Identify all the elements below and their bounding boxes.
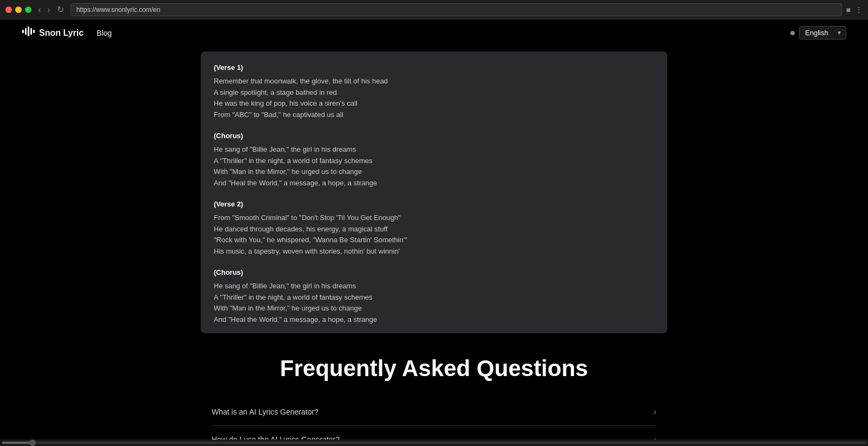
forward-button[interactable]: › — [45, 3, 52, 16]
maximize-window-button[interactable] — [25, 7, 31, 13]
main-content: (Verse 1)Remember that moonwalk, the glo… — [190, 46, 678, 446]
lyrics-line: A "Thriller" in the night, a world of fa… — [214, 292, 654, 303]
logo-text: Snon Lyric — [39, 28, 84, 38]
faq-title: Frequently Asked Questions — [212, 355, 656, 382]
back-button[interactable]: ‹ — [36, 3, 43, 16]
extensions-icon[interactable]: ■ — [846, 5, 851, 14]
lyrics-line: And "Heal the World," a message, a hope,… — [214, 178, 654, 189]
lyrics-line: Remember that moonwalk, the glove, the t… — [214, 76, 654, 87]
logo-icon — [22, 25, 35, 41]
faq-list: What is an AI Lyrics Generator?›How do I… — [212, 398, 656, 446]
language-indicator-dot — [790, 31, 795, 35]
faq-item[interactable]: What is an AI Lyrics Generator?› — [212, 398, 656, 426]
browser-toolbar-icons: ■ ⋮ — [846, 5, 863, 14]
lyrics-line: He sang of "Billie Jean," the girl in hi… — [214, 281, 654, 292]
svg-rect-1 — [25, 28, 27, 35]
svg-rect-0 — [22, 30, 24, 33]
svg-rect-3 — [30, 28, 32, 35]
lyrics-section: (Verse 1)Remember that moonwalk, the glo… — [214, 62, 654, 121]
scroll-track — [2, 442, 866, 444]
reload-button[interactable]: ↻ — [55, 3, 66, 16]
lyrics-section: (Verse 2)From "Smooth Criminal" to "Don'… — [214, 199, 654, 257]
lyrics-line: From "Smooth Criminal" to "Don't Stop 'T… — [214, 212, 654, 224]
horizontal-scrollbar[interactable] — [0, 439, 868, 446]
faq-section: Frequently Asked Questions What is an AI… — [201, 355, 667, 446]
lyrics-section-title: (Chorus) — [214, 267, 654, 279]
lyrics-section-title: (Verse 2) — [214, 199, 654, 210]
lyrics-section-title: (Chorus) — [214, 131, 654, 142]
menu-icon[interactable]: ⋮ — [855, 5, 863, 14]
close-window-button[interactable] — [5, 7, 12, 13]
chevron-right-icon: › — [654, 407, 656, 417]
lyrics-line: From "ABC" to "Bad," he captivated us al… — [214, 109, 654, 121]
browser-nav-buttons: ‹ › ↻ — [36, 3, 66, 16]
browser-chrome: ‹ › ↻ ■ ⋮ — [0, 0, 868, 20]
svg-rect-2 — [28, 27, 29, 36]
lyrics-line: "Rock with You," he whispered, "Wanna Be… — [214, 235, 654, 246]
address-bar[interactable] — [71, 3, 842, 16]
svg-rect-4 — [33, 30, 35, 33]
language-dropdown-wrapper[interactable]: English Spanish French ▼ — [799, 26, 846, 40]
scroll-handle[interactable] — [29, 439, 36, 446]
lyrics-line: His music, a tapestry, woven with storie… — [214, 246, 654, 257]
lyrics-section-title: (Verse 1) — [214, 62, 654, 74]
lyrics-card[interactable]: (Verse 1)Remember that moonwalk, the glo… — [201, 51, 667, 333]
blog-link[interactable]: Blog — [97, 29, 112, 37]
lyrics-line: He sang of "Billie Jean," the girl in hi… — [214, 144, 654, 156]
lyrics-line: A single spotlight, a stage bathed in re… — [214, 87, 654, 99]
lyrics-line: And "Heal the World," a message, a hope,… — [214, 314, 654, 326]
lyrics-section: (Chorus)He sang of "Billie Jean," the gi… — [214, 131, 654, 189]
language-selector: English Spanish French ▼ — [790, 26, 846, 40]
browser-window-controls — [5, 7, 31, 13]
lyrics-line: With "Man in the Mirror," he urged us to… — [214, 303, 654, 314]
lyrics-line: He danced through decades, his energy, a… — [214, 224, 654, 235]
faq-question: What is an AI Lyrics Generator? — [212, 408, 318, 416]
logo-area: Snon Lyric Blog — [22, 25, 112, 41]
language-dropdown[interactable]: English Spanish French — [799, 26, 846, 40]
lyrics-section: (Chorus)He sang of "Billie Jean," the gi… — [214, 267, 654, 326]
lyrics-line: He was the king of pop, his voice a sire… — [214, 98, 654, 109]
lyrics-line: A "Thriller" in the night, a world of fa… — [214, 156, 654, 167]
minimize-window-button[interactable] — [15, 7, 22, 13]
site-header: Snon Lyric Blog English Spanish French ▼ — [0, 20, 868, 46]
lyrics-line: With "Man in the Mirror," he urged us to… — [214, 166, 654, 178]
